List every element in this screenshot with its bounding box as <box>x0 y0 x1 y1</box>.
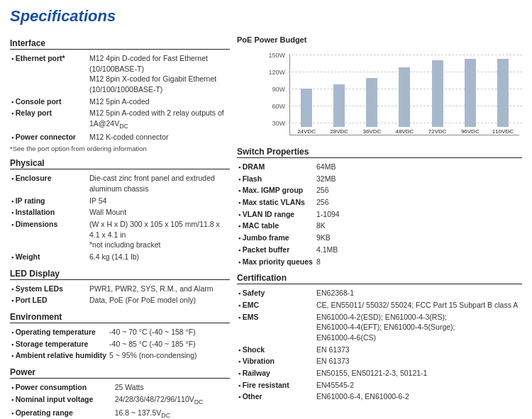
section-physical-title: Physical <box>10 158 230 169</box>
bar-label-28vdc: 28VDC <box>330 128 348 135</box>
value-dimensions: (W x H x D) 300 x 105 x 105 mm/11.8 x 4.… <box>88 218 230 251</box>
left-column: Interface Ethernet port* M12 4pin D-code… <box>10 33 230 419</box>
section-interface-title: Interface <box>10 38 230 50</box>
label-ethernet-port: Ethernet port* <box>10 52 88 96</box>
bar-group-110vdc: 110VDC <box>487 59 519 135</box>
table-row: Ethernet port* M12 4pin D-coded for Fast… <box>10 52 230 96</box>
bar-28vdc <box>333 84 345 127</box>
table-row: Port LED Data, PoE (For PoE model only) <box>10 294 230 306</box>
table-row: Flash 32MB <box>237 173 522 185</box>
table-row: Installation Wall Mount <box>10 206 230 218</box>
label-railway: Railway <box>237 367 315 379</box>
label-port-led: Port LED <box>10 294 88 306</box>
right-column: PoE Power Budget 150W 120W 90W 60W 30W <box>237 33 522 419</box>
table-row: Vibration EN 61373 <box>237 355 522 367</box>
label-jumbo-frame: Jumbo frame <box>237 232 315 244</box>
bar-label-96vdc: 96VDC <box>461 128 480 135</box>
label-storage-temp: Storage temperature <box>10 338 108 350</box>
value-vibration: EN 61373 <box>315 355 522 367</box>
chart-container: PoE Power Budget 150W 120W 90W 60W 30W <box>237 35 522 135</box>
value-jumbo-frame: 9KB <box>315 232 522 244</box>
label-dimensions: Dimensions <box>10 218 88 251</box>
label-op-temp: Operating temperature <box>10 326 108 338</box>
label-power-connector: Power connector <box>10 131 88 143</box>
table-row: Dimensions (W x H x D) 300 x 105 x 105 m… <box>10 218 230 251</box>
table-row: Storage temperature -40 ~ 85 °C (-40 ~ 1… <box>10 338 230 350</box>
bar-group-96vdc: 96VDC <box>454 59 487 135</box>
label-mac-table: MAC table <box>237 220 315 232</box>
table-row: Operating temperature -40 ~ 70 °C (-40 ~… <box>10 326 230 338</box>
y-label-60w: 60W <box>262 103 285 110</box>
table-row: EMS EN61000-4-2(ESD); EN61000-4-3(RS);EN… <box>237 311 522 344</box>
value-mac-table: 8K <box>315 220 522 232</box>
bar-group-24vdc: 24VDC <box>290 89 323 135</box>
value-relay-port: M12 5pin A-coded with 2 relay outputs of… <box>88 107 230 131</box>
value-priority-queues: 8 <box>315 256 522 268</box>
bar-label-48vdc: 48VDC <box>396 128 414 135</box>
label-vlan-id: VLAN ID range <box>237 208 315 220</box>
table-row: Ambient relative humidity 5 ~ 95% (non-c… <box>10 350 230 362</box>
chart-title: PoE Power Budget <box>237 35 522 44</box>
value-op-temp: -40 ~ 70 °C (-40 ~ 158 °F) <box>108 326 230 338</box>
bar-36vdc <box>366 78 377 127</box>
table-row: Enclosure Die-cast zinc front panel and … <box>10 172 230 194</box>
bar-group-28vdc: 28VDC <box>323 84 355 135</box>
label-enclosure: Enclosure <box>10 172 88 194</box>
label-emc: EMC <box>237 299 315 311</box>
label-priority-queues: Max priority queues <box>237 256 315 268</box>
label-flash: Flash <box>237 173 315 185</box>
section-power-title: Power <box>10 367 230 379</box>
value-shock: EN 61373 <box>315 344 522 356</box>
label-ems: EMS <box>237 311 315 344</box>
value-system-leds: PWR1, PWR2, SYS, R.M., and Alarm <box>88 283 230 295</box>
section-led-title: LED Display <box>10 269 230 280</box>
label-nominal-voltage: Nominal input voltage <box>10 393 113 407</box>
value-op-range: 16.8 ~ 137.5VDC <box>113 407 230 419</box>
label-fire-resistant: Fire resistant <box>237 379 315 391</box>
value-packet-buffer: 4.1MB <box>315 244 522 256</box>
label-vlans: Max static VLANs <box>237 196 315 208</box>
y-label-150w: 150W <box>262 52 285 59</box>
label-ip-rating: IP rating <box>10 195 88 207</box>
table-row: Nominal input voltage 24/28/36/48/72/96/… <box>10 393 230 407</box>
value-port-led: Data, PoE (For PoE model only) <box>88 294 230 306</box>
value-ethernet-port: M12 4pin D-coded for Fast Ethernet (10/1… <box>88 52 230 96</box>
bar-label-36vdc: 36VDC <box>362 128 381 135</box>
bar-group-72vdc: 72VDC <box>421 60 454 135</box>
value-fire-resistant: EN45545-2 <box>315 379 522 391</box>
page-title: Specifications <box>10 7 522 26</box>
table-row: Operating range 16.8 ~ 137.5VDC <box>10 407 230 419</box>
value-vlan-id: 1-1094 <box>315 208 522 220</box>
label-relay-port: Relay port <box>10 107 88 131</box>
value-railway: EN50155, EN50121-2-3, 50121-1 <box>315 367 522 379</box>
table-row: Fire resistant EN45545-2 <box>237 379 522 391</box>
switch-table: DRAM 64MB Flash 32MB Max. IGMP group 256… <box>237 161 522 267</box>
bar-96vdc <box>465 59 476 127</box>
table-row: Power consumption 25 Watts <box>10 381 230 393</box>
physical-table: Enclosure Die-cast zinc front panel and … <box>10 172 230 263</box>
value-console-port: M12 5pin A-coded <box>88 96 230 108</box>
bar-110vdc <box>497 59 509 127</box>
table-row: Max static VLANs 256 <box>237 196 522 208</box>
y-label-90w: 90W <box>262 86 285 93</box>
label-packet-buffer: Packet buffer <box>237 244 315 256</box>
table-row: Max. IGMP group 256 <box>237 184 522 196</box>
table-row: MAC table 8K <box>237 220 522 232</box>
value-emc: CE, EN55011/ 55032/ 55024; FCC Part 15 S… <box>315 299 522 311</box>
value-storage-temp: -40 ~ 85 °C (-40 ~ 185 °F) <box>108 338 230 350</box>
cert-table: Safety EN62368-1 EMC CE, EN55011/ 55032/… <box>237 287 522 403</box>
label-op-range: Operating range <box>10 407 113 419</box>
interface-table: Ethernet port* M12 4pin D-coded for Fast… <box>10 52 230 143</box>
label-dram: DRAM <box>237 161 315 173</box>
value-installation: Wall Mount <box>88 206 230 218</box>
label-humidity: Ambient relative humidity <box>10 350 108 362</box>
table-row: Packet buffer 4.1MB <box>237 244 522 256</box>
label-igmp: Max. IGMP group <box>237 184 315 196</box>
table-row: Weight 6.4 kg (14.1 lb) <box>10 251 230 263</box>
label-vibration: Vibration <box>237 355 315 367</box>
table-row: Relay port M12 5pin A-coded with 2 relay… <box>10 107 230 131</box>
bar-group-48vdc: 48VDC <box>388 67 421 135</box>
table-row: Console port M12 5pin A-coded <box>10 96 230 108</box>
table-row: IP rating IP 54 <box>10 195 230 207</box>
table-row: Shock EN 61373 <box>237 344 522 356</box>
